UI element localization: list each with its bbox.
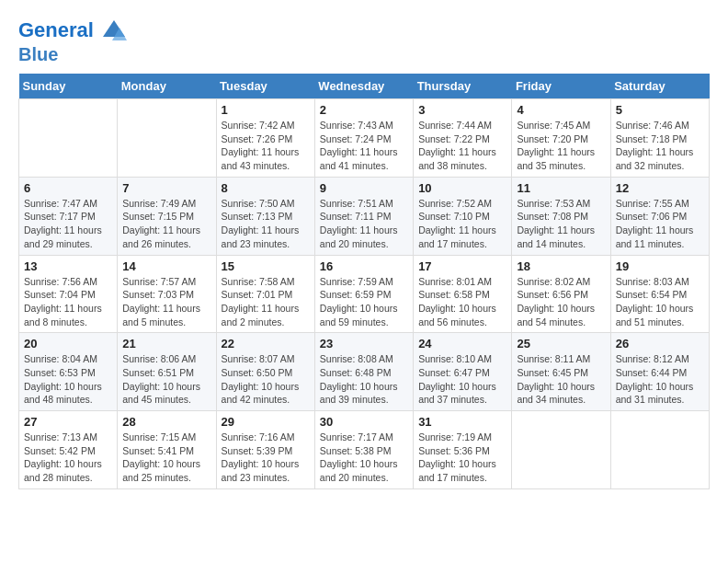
day-number: 14	[122, 259, 210, 273]
calendar-cell: 12Sunrise: 7:55 AM Sunset: 7:06 PM Dayli…	[610, 177, 709, 255]
day-number: 8	[222, 181, 310, 195]
day-info: Sunrise: 7:17 AM Sunset: 5:38 PM Dayligh…	[320, 431, 408, 485]
calendar-cell: 31Sunrise: 7:19 AM Sunset: 5:36 PM Dayli…	[414, 411, 512, 489]
day-info: Sunrise: 8:10 AM Sunset: 6:47 PM Dayligh…	[418, 352, 506, 407]
day-number: 6	[24, 181, 112, 195]
calendar-week-row: 13Sunrise: 7:56 AM Sunset: 7:04 PM Dayli…	[19, 255, 710, 333]
weekday-header: Saturday	[610, 74, 709, 99]
day-number: 7	[122, 181, 210, 195]
calendar-cell: 11Sunrise: 7:53 AM Sunset: 7:08 PM Dayli…	[512, 177, 610, 255]
day-number: 29	[222, 415, 310, 429]
day-number: 4	[517, 103, 605, 117]
day-info: Sunrise: 8:04 AM Sunset: 6:53 PM Dayligh…	[24, 352, 112, 407]
weekday-header: Friday	[512, 74, 610, 99]
day-info: Sunrise: 7:45 AM Sunset: 7:20 PM Dayligh…	[517, 119, 605, 173]
day-number: 16	[320, 259, 408, 273]
day-info: Sunrise: 8:01 AM Sunset: 6:58 PM Dayligh…	[418, 275, 506, 329]
calendar-table: SundayMondayTuesdayWednesdayThursdayFrid…	[18, 74, 710, 489]
day-info: Sunrise: 7:46 AM Sunset: 7:18 PM Dayligh…	[616, 119, 704, 173]
day-number: 31	[418, 415, 506, 429]
day-info: Sunrise: 7:56 AM Sunset: 7:04 PM Dayligh…	[24, 275, 112, 329]
weekday-header: Monday	[118, 74, 216, 99]
day-info: Sunrise: 7:15 AM Sunset: 5:41 PM Dayligh…	[122, 431, 210, 485]
day-info: Sunrise: 8:03 AM Sunset: 6:54 PM Dayligh…	[616, 275, 704, 329]
calendar-cell	[19, 99, 118, 178]
weekday-header: Sunday	[19, 74, 118, 99]
calendar-cell: 28Sunrise: 7:15 AM Sunset: 5:41 PM Dayli…	[118, 411, 216, 489]
calendar-cell: 17Sunrise: 8:01 AM Sunset: 6:58 PM Dayli…	[414, 255, 512, 333]
calendar-cell: 22Sunrise: 8:07 AM Sunset: 6:50 PM Dayli…	[216, 333, 314, 411]
logo-blue-text: Blue	[18, 44, 127, 64]
day-number: 12	[616, 181, 704, 195]
calendar-header-row: SundayMondayTuesdayWednesdayThursdayFrid…	[19, 74, 710, 99]
calendar-cell: 1Sunrise: 7:42 AM Sunset: 7:26 PM Daylig…	[216, 99, 314, 178]
calendar-cell: 18Sunrise: 8:02 AM Sunset: 6:56 PM Dayli…	[512, 255, 610, 333]
day-info: Sunrise: 7:16 AM Sunset: 5:39 PM Dayligh…	[222, 431, 310, 485]
day-info: Sunrise: 8:11 AM Sunset: 6:45 PM Dayligh…	[517, 352, 605, 407]
calendar-cell: 25Sunrise: 8:11 AM Sunset: 6:45 PM Dayli…	[512, 333, 610, 411]
day-number: 20	[24, 337, 112, 350]
day-info: Sunrise: 7:13 AM Sunset: 5:42 PM Dayligh…	[24, 431, 112, 485]
calendar-cell: 24Sunrise: 8:10 AM Sunset: 6:47 PM Dayli…	[414, 333, 512, 411]
calendar-cell: 27Sunrise: 7:13 AM Sunset: 5:42 PM Dayli…	[19, 411, 118, 489]
day-info: Sunrise: 7:57 AM Sunset: 7:03 PM Dayligh…	[122, 275, 210, 329]
calendar-cell: 4Sunrise: 7:45 AM Sunset: 7:20 PM Daylig…	[512, 99, 610, 178]
day-number: 3	[418, 103, 506, 117]
calendar-cell: 7Sunrise: 7:49 AM Sunset: 7:15 PM Daylig…	[118, 177, 216, 255]
day-number: 13	[24, 259, 112, 273]
calendar-cell	[610, 411, 709, 489]
day-info: Sunrise: 8:02 AM Sunset: 6:56 PM Dayligh…	[517, 275, 605, 329]
day-number: 2	[320, 103, 408, 117]
day-info: Sunrise: 8:07 AM Sunset: 6:50 PM Dayligh…	[222, 352, 310, 407]
calendar-week-row: 1Sunrise: 7:42 AM Sunset: 7:26 PM Daylig…	[19, 99, 710, 178]
calendar-cell: 29Sunrise: 7:16 AM Sunset: 5:39 PM Dayli…	[216, 411, 314, 489]
calendar-cell: 3Sunrise: 7:44 AM Sunset: 7:22 PM Daylig…	[414, 99, 512, 178]
day-info: Sunrise: 8:08 AM Sunset: 6:48 PM Dayligh…	[320, 352, 408, 407]
day-number: 27	[24, 415, 112, 429]
weekday-header: Wednesday	[314, 74, 413, 99]
calendar-cell: 5Sunrise: 7:46 AM Sunset: 7:18 PM Daylig…	[610, 99, 709, 178]
calendar-cell: 20Sunrise: 8:04 AM Sunset: 6:53 PM Dayli…	[19, 333, 118, 411]
day-number: 30	[320, 415, 408, 429]
calendar-cell: 30Sunrise: 7:17 AM Sunset: 5:38 PM Dayli…	[314, 411, 413, 489]
day-number: 23	[320, 337, 408, 350]
calendar-cell: 15Sunrise: 7:58 AM Sunset: 7:01 PM Dayli…	[216, 255, 314, 333]
day-number: 11	[517, 181, 605, 195]
calendar-cell	[512, 411, 610, 489]
day-info: Sunrise: 7:43 AM Sunset: 7:24 PM Dayligh…	[320, 119, 408, 173]
day-info: Sunrise: 7:47 AM Sunset: 7:17 PM Dayligh…	[24, 197, 112, 251]
calendar-cell: 9Sunrise: 7:51 AM Sunset: 7:11 PM Daylig…	[314, 177, 413, 255]
calendar-cell: 26Sunrise: 8:12 AM Sunset: 6:44 PM Dayli…	[610, 333, 709, 411]
calendar-cell: 10Sunrise: 7:52 AM Sunset: 7:10 PM Dayli…	[414, 177, 512, 255]
day-info: Sunrise: 7:52 AM Sunset: 7:10 PM Dayligh…	[418, 197, 506, 251]
calendar-body: 1Sunrise: 7:42 AM Sunset: 7:26 PM Daylig…	[19, 99, 710, 489]
day-info: Sunrise: 7:59 AM Sunset: 6:59 PM Dayligh…	[320, 275, 408, 329]
day-info: Sunrise: 7:55 AM Sunset: 7:06 PM Dayligh…	[616, 197, 704, 251]
day-info: Sunrise: 8:12 AM Sunset: 6:44 PM Dayligh…	[616, 352, 704, 407]
page-header: General Blue	[18, 18, 710, 64]
day-number: 5	[616, 103, 704, 117]
day-number: 19	[616, 259, 704, 273]
calendar-cell: 8Sunrise: 7:50 AM Sunset: 7:13 PM Daylig…	[216, 177, 314, 255]
day-number: 22	[222, 337, 310, 350]
calendar-cell	[118, 99, 216, 178]
calendar-week-row: 20Sunrise: 8:04 AM Sunset: 6:53 PM Dayli…	[19, 333, 710, 411]
day-number: 18	[517, 259, 605, 273]
calendar-cell: 21Sunrise: 8:06 AM Sunset: 6:51 PM Dayli…	[118, 333, 216, 411]
day-info: Sunrise: 7:50 AM Sunset: 7:13 PM Dayligh…	[222, 197, 310, 251]
calendar-week-row: 6Sunrise: 7:47 AM Sunset: 7:17 PM Daylig…	[19, 177, 710, 255]
day-info: Sunrise: 8:06 AM Sunset: 6:51 PM Dayligh…	[122, 352, 210, 407]
calendar-cell: 13Sunrise: 7:56 AM Sunset: 7:04 PM Dayli…	[19, 255, 118, 333]
logo-text: General	[18, 18, 127, 44]
day-info: Sunrise: 7:44 AM Sunset: 7:22 PM Dayligh…	[418, 119, 506, 173]
day-number: 21	[122, 337, 210, 350]
calendar-cell: 19Sunrise: 8:03 AM Sunset: 6:54 PM Dayli…	[610, 255, 709, 333]
day-info: Sunrise: 7:49 AM Sunset: 7:15 PM Dayligh…	[122, 197, 210, 251]
calendar-cell: 2Sunrise: 7:43 AM Sunset: 7:24 PM Daylig…	[314, 99, 413, 178]
day-info: Sunrise: 7:51 AM Sunset: 7:11 PM Dayligh…	[320, 197, 408, 251]
day-number: 10	[418, 181, 506, 195]
day-number: 9	[320, 181, 408, 195]
calendar-cell: 14Sunrise: 7:57 AM Sunset: 7:03 PM Dayli…	[118, 255, 216, 333]
day-number: 24	[418, 337, 506, 350]
day-info: Sunrise: 7:19 AM Sunset: 5:36 PM Dayligh…	[418, 431, 506, 485]
